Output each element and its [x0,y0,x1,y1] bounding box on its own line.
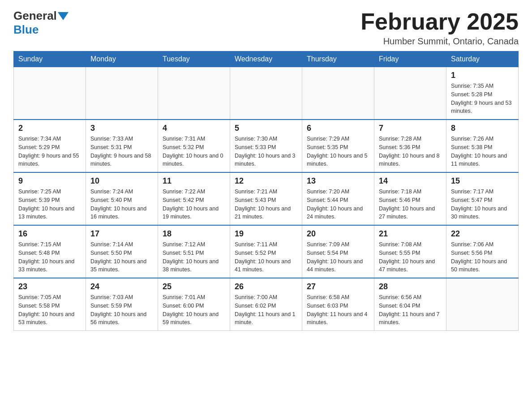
calendar-cell: 16Sunrise: 7:15 AM Sunset: 5:48 PM Dayli… [14,225,86,278]
calendar-cell [302,67,374,120]
day-number: 15 [451,176,514,186]
day-info: Sunrise: 7:18 AM Sunset: 5:46 PM Dayligh… [379,188,442,221]
day-info: Sunrise: 7:31 AM Sunset: 5:32 PM Dayligh… [163,135,225,168]
calendar-header-saturday: Saturday [446,51,519,67]
calendar-cell: 6Sunrise: 7:29 AM Sunset: 5:35 PM Daylig… [302,120,374,172]
calendar-cell: 15Sunrise: 7:17 AM Sunset: 5:47 PM Dayli… [446,172,519,225]
calendar-header-row: SundayMondayTuesdayWednesdayThursdayFrid… [14,51,519,67]
day-info: Sunrise: 7:22 AM Sunset: 5:42 PM Dayligh… [163,188,225,221]
calendar-cell: 27Sunrise: 6:58 AM Sunset: 6:03 PM Dayli… [302,278,374,331]
calendar-cell: 4Sunrise: 7:31 AM Sunset: 5:32 PM Daylig… [158,120,230,172]
day-info: Sunrise: 7:35 AM Sunset: 5:28 PM Dayligh… [451,82,514,116]
location-title: Humber Summit, Ontario, Canada [360,36,519,47]
calendar-cell: 11Sunrise: 7:22 AM Sunset: 5:42 PM Dayli… [158,172,230,225]
calendar-week-row: 2Sunrise: 7:34 AM Sunset: 5:29 PM Daylig… [14,120,519,172]
day-info: Sunrise: 7:24 AM Sunset: 5:40 PM Dayligh… [90,188,153,221]
day-number: 27 [307,282,369,291]
day-info: Sunrise: 7:05 AM Sunset: 5:58 PM Dayligh… [18,293,81,327]
calendar-cell: 3Sunrise: 7:33 AM Sunset: 5:31 PM Daylig… [86,120,158,172]
day-info: Sunrise: 7:12 AM Sunset: 5:51 PM Dayligh… [163,240,225,274]
calendar-week-row: 1Sunrise: 7:35 AM Sunset: 5:28 PM Daylig… [14,67,519,120]
calendar-cell: 8Sunrise: 7:26 AM Sunset: 5:38 PM Daylig… [446,120,519,172]
calendar-cell: 20Sunrise: 7:09 AM Sunset: 5:54 PM Dayli… [302,225,374,278]
day-info: Sunrise: 7:26 AM Sunset: 5:38 PM Dayligh… [451,135,514,168]
calendar-week-row: 9Sunrise: 7:25 AM Sunset: 5:39 PM Daylig… [14,172,519,225]
day-number: 8 [451,124,514,133]
logo-general-text: General [13,9,57,23]
calendar-cell: 28Sunrise: 6:56 AM Sunset: 6:04 PM Dayli… [374,278,446,331]
day-number: 26 [235,282,297,291]
calendar-header-thursday: Thursday [302,51,374,67]
day-info: Sunrise: 7:29 AM Sunset: 5:35 PM Dayligh… [307,135,369,168]
calendar-cell [374,67,446,120]
calendar-cell: 23Sunrise: 7:05 AM Sunset: 5:58 PM Dayli… [14,278,86,331]
day-info: Sunrise: 7:21 AM Sunset: 5:43 PM Dayligh… [235,188,297,221]
day-number: 24 [90,282,153,291]
logo-blue-text: Blue [13,23,39,37]
calendar-header-monday: Monday [86,51,158,67]
day-number: 9 [18,176,81,186]
day-number: 4 [163,124,225,133]
day-number: 2 [18,124,81,133]
calendar-header-friday: Friday [374,51,446,67]
day-number: 28 [379,282,442,291]
day-number: 6 [307,124,369,133]
calendar-cell: 10Sunrise: 7:24 AM Sunset: 5:40 PM Dayli… [86,172,158,225]
day-info: Sunrise: 6:56 AM Sunset: 6:04 PM Dayligh… [379,293,442,327]
day-number: 13 [307,176,369,186]
calendar-cell: 5Sunrise: 7:30 AM Sunset: 5:33 PM Daylig… [230,120,302,172]
day-number: 25 [163,282,225,291]
calendar-cell: 12Sunrise: 7:21 AM Sunset: 5:43 PM Dayli… [230,172,302,225]
day-info: Sunrise: 7:00 AM Sunset: 6:02 PM Dayligh… [235,293,297,327]
day-number: 12 [235,176,297,186]
calendar-cell: 19Sunrise: 7:11 AM Sunset: 5:52 PM Dayli… [230,225,302,278]
day-number: 21 [379,229,442,239]
calendar-cell [158,67,230,120]
calendar-cell: 21Sunrise: 7:08 AM Sunset: 5:55 PM Dayli… [374,225,446,278]
day-number: 18 [163,229,225,239]
day-info: Sunrise: 7:14 AM Sunset: 5:50 PM Dayligh… [90,240,153,274]
day-info: Sunrise: 7:25 AM Sunset: 5:39 PM Dayligh… [18,188,81,221]
day-info: Sunrise: 6:58 AM Sunset: 6:03 PM Dayligh… [307,293,369,327]
day-info: Sunrise: 7:28 AM Sunset: 5:36 PM Dayligh… [379,135,442,168]
calendar-cell: 14Sunrise: 7:18 AM Sunset: 5:46 PM Dayli… [374,172,446,225]
day-number: 11 [163,176,225,186]
day-number: 5 [235,124,297,133]
calendar-cell [86,67,158,120]
logo: General Blue [13,9,69,37]
page-header: General Blue February 2025 Humber Summit… [13,9,519,47]
calendar-cell: 17Sunrise: 7:14 AM Sunset: 5:50 PM Dayli… [86,225,158,278]
day-number: 3 [90,124,153,133]
calendar-cell: 7Sunrise: 7:28 AM Sunset: 5:36 PM Daylig… [374,120,446,172]
day-info: Sunrise: 7:03 AM Sunset: 5:59 PM Dayligh… [90,293,153,327]
day-info: Sunrise: 7:20 AM Sunset: 5:44 PM Dayligh… [307,188,369,221]
calendar-week-row: 16Sunrise: 7:15 AM Sunset: 5:48 PM Dayli… [14,225,519,278]
calendar-cell: 25Sunrise: 7:01 AM Sunset: 6:00 PM Dayli… [158,278,230,331]
day-info: Sunrise: 7:11 AM Sunset: 5:52 PM Dayligh… [235,240,297,274]
day-info: Sunrise: 7:09 AM Sunset: 5:54 PM Dayligh… [307,240,369,274]
day-info: Sunrise: 7:01 AM Sunset: 6:00 PM Dayligh… [163,293,225,327]
day-info: Sunrise: 7:30 AM Sunset: 5:33 PM Dayligh… [235,135,297,168]
day-number: 22 [451,229,514,239]
day-info: Sunrise: 7:06 AM Sunset: 5:56 PM Dayligh… [451,240,514,274]
calendar-cell: 24Sunrise: 7:03 AM Sunset: 5:59 PM Dayli… [86,278,158,331]
day-number: 17 [90,229,153,239]
calendar-cell: 22Sunrise: 7:06 AM Sunset: 5:56 PM Dayli… [446,225,519,278]
day-number: 1 [451,71,514,80]
day-number: 10 [90,176,153,186]
month-title: February 2025 [360,9,519,34]
calendar-header-tuesday: Tuesday [158,51,230,67]
calendar-table: SundayMondayTuesdayWednesdayThursdayFrid… [13,51,519,331]
calendar-cell [446,278,519,331]
calendar-cell: 18Sunrise: 7:12 AM Sunset: 5:51 PM Dayli… [158,225,230,278]
calendar-cell: 9Sunrise: 7:25 AM Sunset: 5:39 PM Daylig… [14,172,86,225]
day-info: Sunrise: 7:33 AM Sunset: 5:31 PM Dayligh… [90,135,153,168]
day-number: 16 [18,229,81,239]
day-info: Sunrise: 7:17 AM Sunset: 5:47 PM Dayligh… [451,188,514,221]
calendar-week-row: 23Sunrise: 7:05 AM Sunset: 5:58 PM Dayli… [14,278,519,331]
day-number: 7 [379,124,442,133]
calendar-cell: 13Sunrise: 7:20 AM Sunset: 5:44 PM Dayli… [302,172,374,225]
day-info: Sunrise: 7:15 AM Sunset: 5:48 PM Dayligh… [18,240,81,274]
day-number: 14 [379,176,442,186]
day-info: Sunrise: 7:34 AM Sunset: 5:29 PM Dayligh… [18,135,81,168]
